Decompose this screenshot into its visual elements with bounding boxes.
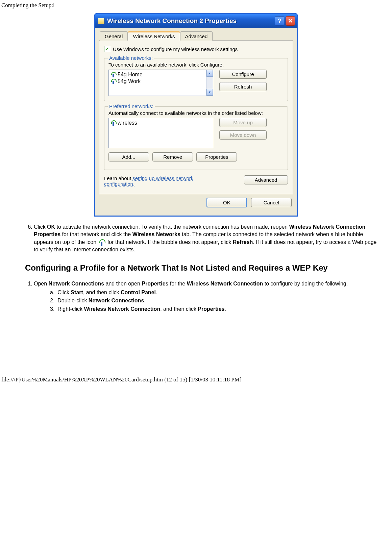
section-heading: Configuring a Profile for a Network That… (25, 263, 378, 273)
properties-button[interactable]: Properties (196, 152, 237, 161)
learn-text: Learn about setting up wireless network … (104, 175, 212, 187)
step-6: Click OK to activate the network connect… (34, 223, 378, 254)
close-icon[interactable]: ✕ (286, 16, 295, 26)
help-icon[interactable]: ? (275, 16, 284, 26)
wifi-icon (111, 79, 116, 84)
list-item[interactable]: wireless (109, 120, 212, 126)
use-windows-checkbox[interactable]: ✓ (104, 46, 110, 52)
advanced-button[interactable]: Advanced (244, 175, 288, 184)
move-up-button: Move up (219, 118, 267, 127)
preferred-hint: Automatically connect to available netwo… (108, 110, 284, 116)
wifi-icon (99, 239, 105, 246)
footer-path: file:///P|/User%20Manuals/HP%20XP%20WLAN… (0, 316, 392, 386)
available-listbox[interactable]: 54g Home 54g Work ▲ ▼ (108, 70, 213, 96)
ok-button[interactable]: OK (206, 198, 247, 207)
wifi-icon (111, 72, 116, 77)
move-down-button: Move down (219, 130, 267, 140)
tab-general[interactable]: General (100, 31, 128, 41)
tab-advanced[interactable]: Advanced (180, 31, 213, 41)
substep-3: 3. Right-click Wireless Network Connecti… (50, 305, 378, 313)
configure-button[interactable]: Configure (219, 70, 267, 79)
preferred-legend: Preferred networks: (108, 103, 155, 109)
add-button[interactable]: Add... (108, 152, 149, 161)
window-icon (98, 18, 104, 24)
use-windows-label: Use Windows to configure my wireless net… (113, 46, 238, 52)
scroll-down-icon[interactable]: ▼ (206, 89, 213, 96)
remove-button[interactable]: Remove (152, 152, 193, 161)
titlebar[interactable]: Wireless Network Connection 2 Properties… (95, 14, 297, 28)
list-item[interactable]: 54g Work (109, 78, 212, 85)
available-legend: Available networks: (108, 55, 154, 61)
list-item[interactable]: 54g Home (109, 71, 212, 78)
properties-dialog: Wireless Network Connection 2 Properties… (94, 13, 298, 217)
dialog-title: Wireless Network Connection 2 Properties (107, 17, 275, 25)
scroll-up-icon[interactable]: ▲ (206, 70, 213, 77)
wifi-icon (111, 120, 116, 126)
substep-2: 2. Double-click Network Connections. (50, 297, 378, 304)
cancel-button[interactable]: Cancel (251, 198, 292, 207)
scrollbar[interactable]: ▲ ▼ (206, 70, 213, 96)
preferred-networks-group: Preferred networks: Automatically connec… (104, 106, 288, 170)
refresh-button[interactable]: Refresh (219, 82, 267, 91)
page-header: Completing the Setup:l (0, 0, 392, 11)
tab-wireless-networks[interactable]: Wireless Networks (128, 31, 180, 41)
step-1: Open Network Connections and then open P… (34, 280, 378, 313)
available-hint: To connect to an available network, clic… (108, 62, 284, 68)
preferred-listbox[interactable]: wireless (108, 118, 213, 148)
available-networks-group: Available networks: To connect to an ava… (104, 58, 288, 101)
substep-a: a. Click Start, and then click Control P… (50, 289, 378, 296)
